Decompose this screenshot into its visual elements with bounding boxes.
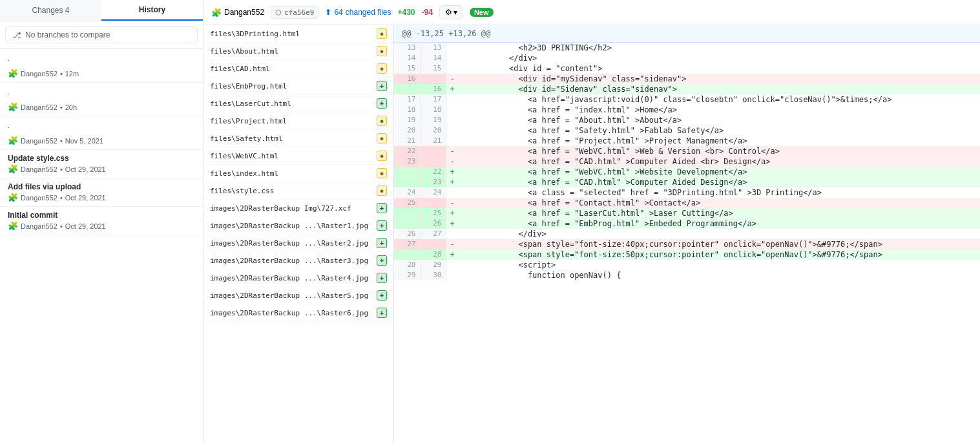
line-content: function openNav() { (459, 270, 980, 280)
file-item[interactable]: files\WebVC.html ● (203, 147, 393, 165)
file-item[interactable]: files\EmbProg.html + (203, 78, 393, 95)
line-marker: + (446, 218, 459, 229)
diff-row-added: 28 + <span style="font-size:50px;cursor:… (394, 249, 980, 260)
diff-row: 13 13 <h2>3D PRINTING</h2> (394, 43, 980, 53)
commit-meta: 🧩 Dangan552 • Oct 29, 2021 (8, 193, 195, 202)
old-line-num: 16 (394, 74, 420, 84)
commit-time: 12m (65, 70, 79, 78)
old-line-num: 28 (394, 260, 420, 270)
diff-row-added: 23 + <a href = "CAD.html" >Computer Aide… (394, 177, 980, 187)
new-line-num: 22 (420, 167, 446, 177)
diff-row: 26 27 </div> (394, 229, 980, 239)
file-item[interactable]: files\style.css ● (203, 182, 393, 200)
commit-meta: 🧩 Dangan552 • 12m (8, 69, 195, 78)
file-item[interactable]: files\index.html ● (203, 165, 393, 182)
file-item[interactable]: images\2DRasterBackup ...\Raster1.jpg + (203, 217, 393, 235)
new-line-num: 29 (420, 260, 446, 270)
file-item[interactable]: images\2DRasterBackup ...\Raster5.jpg + (203, 287, 393, 304)
commit-hash: ⬡ cfa56e9 (271, 6, 318, 19)
settings-button[interactable]: ⚙ ▾ (439, 5, 463, 19)
branches-icon: ⎇ (12, 30, 21, 39)
tab-changes[interactable]: Changes 4 (0, 0, 101, 21)
commit-separator: • (60, 165, 63, 173)
commit-item[interactable]: 🧩 Dangan552 • 12m (0, 65, 203, 83)
file-badge-added: + (377, 273, 387, 283)
file-item[interactable]: files\LaserCut.html + (203, 95, 393, 112)
file-name: images\2DRasterBackup ...\Raster5.jpg (210, 291, 377, 300)
puzzle-icon: 🧩 (8, 221, 18, 231)
file-item[interactable]: files\Project.html ● (203, 112, 393, 130)
diff-row: 21 21 <a href = "Project.html" >Project … (394, 136, 980, 146)
commit-author: Dangan552 (21, 137, 57, 145)
commit-item[interactable]: 🧩 Dangan552 • 20h (0, 98, 203, 116)
file-name: images\2DRasterBackup ...\Raster4.jpg (210, 274, 377, 282)
commit-item[interactable]: Add files via upload 🧩 Dangan552 • Oct 2… (0, 178, 203, 207)
file-item[interactable]: images\2DRasterBackup ...\Raster6.jpg + (203, 304, 393, 322)
diff-row-added: 16 + <div id="Sidenav" class="sidenav"> (394, 84, 980, 94)
commit-time: Oct 29, 2021 (65, 222, 106, 230)
new-line-num (420, 74, 446, 84)
line-marker (446, 136, 459, 146)
line-content: <a href = "Project.html" >Project Managm… (459, 136, 980, 146)
commit-dot-3: . (0, 116, 203, 132)
changed-files-button[interactable]: ⬆ 64 changed files (325, 8, 391, 17)
file-item[interactable]: images\2DRasterBackup ...\Raster3.jpg + (203, 252, 393, 270)
diff-area: @@ -13,25 +13,26 @@ 13 13 <h2>3D PRINTIN… (394, 25, 980, 444)
tabs-bar: Changes 4 History (0, 0, 203, 21)
line-marker (446, 53, 459, 63)
commit-item[interactable]: Initial commit 🧩 Dangan552 • Oct 29, 202… (0, 207, 203, 235)
file-item[interactable]: files\About.html ● (203, 43, 393, 60)
line-marker: - (446, 239, 459, 249)
file-item[interactable]: files\Safety.html ● (203, 130, 393, 147)
commit-separator: • (60, 103, 63, 111)
diff-row-added: 25 + <a href = "LaserCut.html" >Laser Cu… (394, 208, 980, 218)
file-name: files\LaserCut.html (210, 100, 377, 108)
line-content: <span style="font-size:50px;cursor:point… (459, 249, 980, 260)
file-badge-added: + (377, 203, 387, 213)
old-line-num: 25 (394, 198, 420, 208)
commit-separator: • (60, 70, 63, 78)
commit-item[interactable]: 🧩 Dangan552 • Nov 5, 2021 (0, 132, 203, 150)
old-line-num: 20 (394, 125, 420, 136)
puzzle-icon: 🧩 (8, 69, 18, 78)
file-badge-modified: ● (377, 46, 387, 56)
puzzle-icon-header: 🧩 (211, 8, 222, 17)
file-item[interactable]: images\2DRasterBackup Img\727.xcf + (203, 200, 393, 217)
new-badge: New (470, 8, 494, 17)
old-line-num (394, 218, 420, 229)
line-content: <h2>3D PRINTING</h2> (459, 43, 980, 53)
line-marker (446, 43, 459, 53)
commit-meta: 🧩 Dangan552 • 20h (8, 102, 195, 112)
line-content: <div id="Sidenav" class="sidenav"> (459, 84, 980, 94)
line-content: <span style="font-size:40px;cursor:point… (459, 239, 980, 249)
file-item[interactable]: files\3DPrinting.html ● (203, 25, 393, 43)
line-marker (446, 260, 459, 270)
file-name: images\2DRasterBackup ...\Raster1.jpg (210, 222, 377, 230)
diff-row-deleted: 25 - <a href = "Contact.html" >Contact</… (394, 198, 980, 208)
commit-dot-2: . (0, 83, 203, 98)
branches-button[interactable]: ⎇ No branches to compare (5, 26, 198, 43)
tab-history[interactable]: History (101, 0, 203, 21)
file-badge-added: + (377, 308, 387, 318)
line-content: </div> (459, 53, 980, 63)
file-name: files\EmbProg.html (210, 82, 377, 90)
line-marker: - (446, 198, 459, 208)
puzzle-icon: 🧩 (8, 102, 18, 112)
diff-row-deleted: 16 - <div id="mySidenav" class="sidenav"… (394, 74, 980, 84)
file-item[interactable]: images\2DRasterBackup ...\Raster2.jpg + (203, 235, 393, 252)
file-badge-added: + (377, 290, 387, 301)
commit-separator: • (60, 194, 63, 202)
new-line-num (420, 239, 446, 249)
hash-value: cfa56e9 (284, 8, 314, 17)
commit-dot-1: . (0, 49, 203, 65)
branches-bar: ⎇ No branches to compare (0, 21, 203, 49)
commit-item[interactable]: Update style.css 🧩 Dangan552 • Oct 29, 2… (0, 150, 203, 178)
new-line-num: 26 (420, 218, 446, 229)
line-content: <div id="mySidenav" class="sidenav"> (459, 74, 980, 84)
new-line-num (420, 198, 446, 208)
line-content: <a href = "WebVC.html" >Web & Version <b… (459, 146, 980, 156)
file-item[interactable]: images\2DRasterBackup ...\Raster4.jpg + (203, 270, 393, 287)
file-list: files\3DPrinting.html ● files\About.html… (203, 25, 394, 444)
line-content: <a class = "selected" href = "3DPrinting… (459, 187, 980, 198)
file-item[interactable]: files\CAD.html ● (203, 60, 393, 78)
